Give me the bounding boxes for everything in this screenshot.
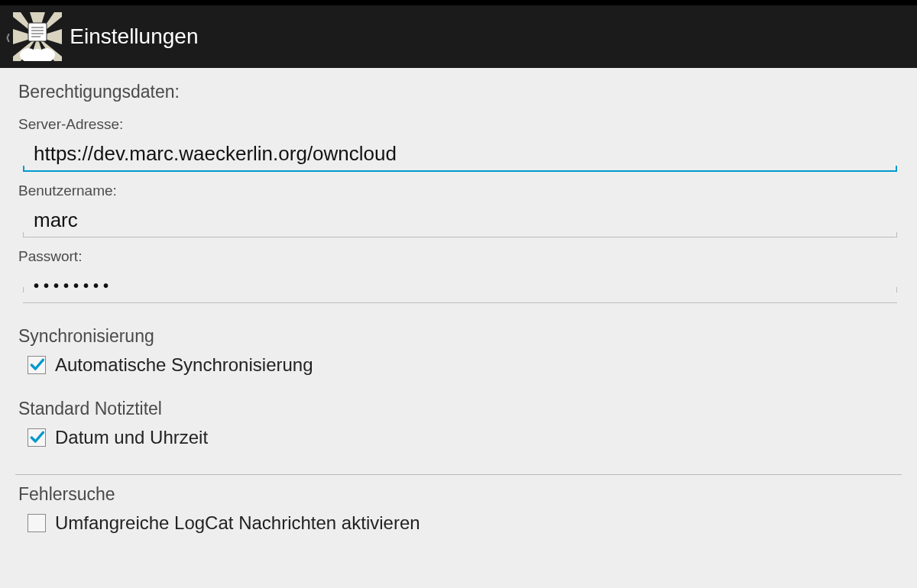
- status-bar: [0, 0, 917, 5]
- username-label: Benutzername:: [18, 183, 899, 199]
- server-address-label: Server-Adresse:: [18, 116, 899, 133]
- logcat-label: Umfangreiche LogCat Nachrichten aktivier…: [55, 512, 420, 534]
- back-icon[interactable]: ‹: [6, 24, 11, 49]
- note-title-heading: Standard Notiztitel: [18, 399, 899, 419]
- password-input[interactable]: ••••••••: [23, 270, 897, 303]
- sync-heading: Synchronisierung: [18, 326, 899, 347]
- settings-content: Berechtigungsdaten: Server-Adresse: Benu…: [0, 68, 917, 534]
- section-divider: [15, 474, 902, 475]
- page-title: Einstellungen: [70, 24, 198, 49]
- logcat-row[interactable]: Umfangreiche LogCat Nachrichten aktivier…: [28, 512, 899, 534]
- auto-sync-checkbox[interactable]: [28, 356, 46, 374]
- debug-heading: Fehlersuche: [18, 484, 899, 505]
- app-icon[interactable]: [13, 12, 62, 61]
- datetime-label: Datum und Uhrzeit: [55, 427, 208, 448]
- app-header: ‹ Einstellungen: [0, 5, 917, 68]
- username-input[interactable]: [23, 204, 897, 237]
- auto-sync-row[interactable]: Automatische Synchronisierung: [28, 354, 899, 376]
- password-label: Passwort:: [18, 248, 899, 265]
- auto-sync-label: Automatische Synchronisierung: [55, 354, 313, 376]
- logcat-checkbox[interactable]: [28, 514, 46, 532]
- datetime-checkbox[interactable]: [28, 428, 46, 447]
- server-address-input[interactable]: [23, 137, 897, 172]
- svg-rect-9: [28, 23, 47, 41]
- credentials-section-title: Berechtigungsdaten:: [18, 82, 899, 102]
- datetime-row[interactable]: Datum und Uhrzeit: [28, 427, 899, 448]
